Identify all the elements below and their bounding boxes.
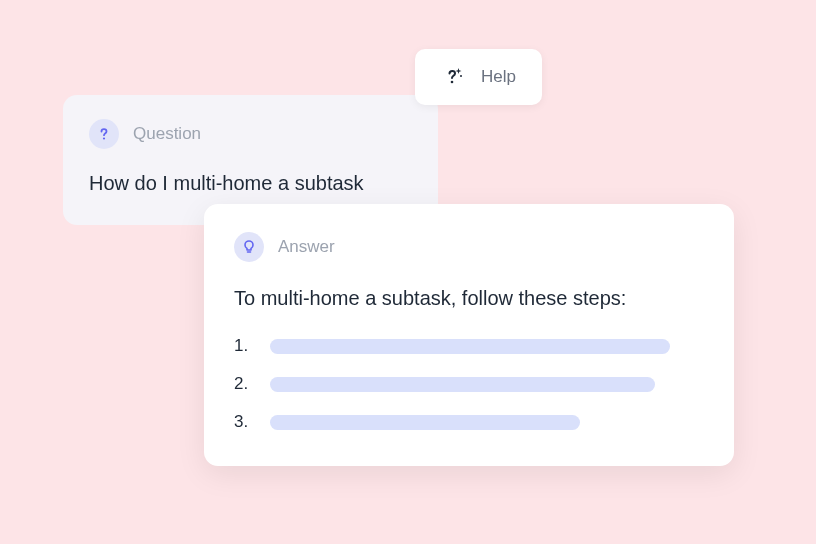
step-number: 3. [234,412,252,432]
question-label: Question [133,124,201,144]
svg-point-2 [103,137,105,139]
answer-intro-text: To multi-home a subtask, follow these st… [234,284,704,312]
step-placeholder-bar [270,339,670,354]
answer-label: Answer [278,237,335,257]
svg-point-1 [460,75,462,77]
svg-point-0 [451,81,454,84]
list-item: 2. [234,374,704,394]
step-placeholder-bar [270,415,580,430]
sparkle-question-icon [441,65,465,89]
step-number: 1. [234,336,252,356]
question-text: How do I multi-home a subtask [89,169,412,197]
question-header: Question [89,119,412,149]
lightbulb-icon [234,232,264,262]
help-chip-label: Help [481,67,516,87]
question-icon [89,119,119,149]
answer-header: Answer [234,232,704,262]
list-item: 3. [234,412,704,432]
step-placeholder-bar [270,377,655,392]
help-chip[interactable]: Help [415,49,542,105]
list-item: 1. [234,336,704,356]
answer-steps-list: 1. 2. 3. [234,336,704,432]
answer-card: Answer To multi-home a subtask, follow t… [204,204,734,466]
step-number: 2. [234,374,252,394]
